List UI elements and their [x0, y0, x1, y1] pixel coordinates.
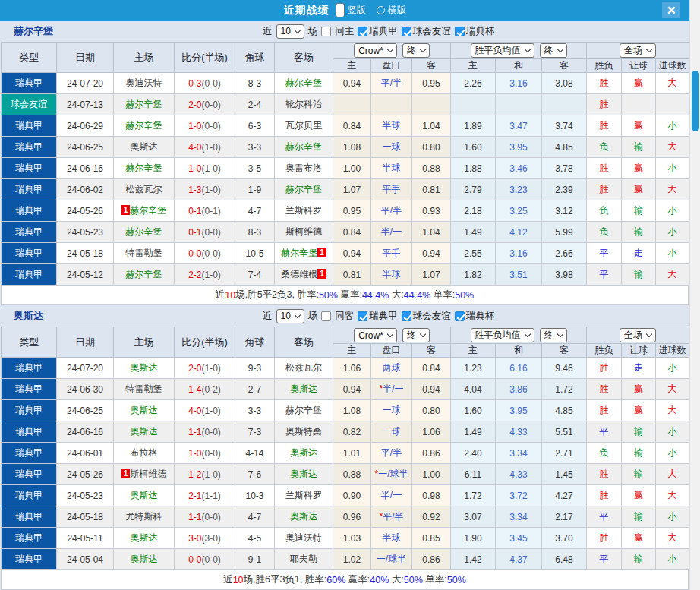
avg-odds-group-header: 胜平负均值终 — [451, 327, 587, 344]
odds-final-select[interactable]: 终 — [402, 43, 430, 58]
select-value: 终 — [407, 44, 416, 57]
odds-source-select[interactable]: Crow* — [354, 43, 397, 58]
avg-draw-odds-cell: 4.33 — [496, 464, 542, 485]
home-team-name: 奥斯达 — [131, 362, 158, 373]
result-goals-cell: 大 — [656, 464, 689, 485]
handicap-line-cell: 一球 — [371, 137, 412, 158]
red-card-badge: 1 — [317, 269, 326, 279]
league-checkbox[interactable] — [402, 311, 411, 321]
sub-column-header: 进球数 — [656, 344, 689, 358]
away-team-name: 兰斯科罗 — [285, 490, 322, 500]
corners-cell: 4-5 — [235, 528, 275, 549]
result-scope-select[interactable]: 全场 — [620, 328, 656, 342]
odds-final-select[interactable]: 终 — [402, 328, 430, 342]
same-venue-checkbox[interactable] — [321, 27, 331, 36]
chevron-down-icon — [524, 331, 530, 337]
fulltime-score: 1-2 — [188, 469, 201, 480]
chevron-down-icon — [557, 331, 563, 337]
avg-source-select[interactable]: 胜平负均值 — [471, 328, 534, 342]
avg-away-odds-cell: 5.51 — [542, 421, 587, 443]
fulltime-score: 0-1 — [188, 227, 201, 238]
recent-count-select[interactable]: 10 — [276, 309, 304, 323]
select-value: 终 — [407, 329, 416, 342]
league-type-cell: 瑞典甲 — [2, 222, 57, 243]
radio-unselected-icon — [377, 6, 385, 14]
radio-vertical-label: 竖版 — [348, 4, 366, 17]
layout-options: 竖版 横版 — [336, 3, 406, 17]
league-checkbox[interactable] — [358, 311, 367, 321]
avg-away-odds-cell: 9.46 — [542, 358, 587, 379]
chevron-down-icon — [295, 27, 301, 33]
sub-column-header: 客 — [412, 344, 451, 358]
sub-column-header: 客 — [412, 59, 451, 73]
avg-home-odds-cell: 3.07 — [451, 506, 496, 528]
score-cell: 1-0(0-0) — [175, 115, 235, 137]
match-date-cell: 24-06-25 — [57, 137, 114, 158]
halftime-score: (0-1) — [202, 206, 221, 216]
league-checkbox[interactable] — [402, 27, 411, 36]
home-team-cell: 特雷勒堡 — [114, 243, 175, 264]
handicap-line-cell: *一/球半 — [371, 464, 412, 485]
league-type-cell: 瑞典甲 — [2, 506, 57, 528]
fulltime-score: 1-0 — [188, 163, 201, 174]
avg-home-odds-cell: 1.82 — [451, 264, 496, 286]
result-outcome-cell: 平 — [587, 506, 622, 528]
match-date-cell: 24-06-01 — [57, 443, 114, 464]
league-type-cell: 瑞典甲 — [2, 73, 57, 94]
league-filter: 球会友谊 — [402, 25, 451, 38]
league-checkbox[interactable] — [358, 27, 367, 36]
avg-source-select[interactable]: 胜平负均值 — [471, 43, 534, 58]
avg-final-select[interactable]: 终 — [540, 328, 567, 342]
result-outcome-cell: 胜 — [587, 94, 622, 115]
sub-column-header: 胜负 — [587, 59, 622, 73]
away-team-cell: 奥斯达 — [275, 506, 333, 528]
avg-away-odds-cell: 1.45 — [542, 464, 587, 485]
same-venue-checkbox[interactable] — [321, 311, 331, 321]
match-row: 瑞典甲24-05-11奥斯达3-0(3-0)4-5奥迪沃特1.03半球0.851… — [2, 528, 689, 549]
recent-count-select[interactable]: 10 — [276, 24, 304, 39]
avg-away-odds-cell — [542, 94, 587, 115]
league-checkbox[interactable] — [455, 27, 465, 36]
corners-cell: 2-7 — [235, 379, 275, 400]
avg-draw-odds: 3.25 — [509, 206, 527, 216]
scrollbar-thumb[interactable] — [692, 71, 699, 131]
result-scope-select[interactable]: 全场 — [620, 43, 656, 58]
result-outcome-cell: 胜 — [587, 358, 622, 379]
summary-segment: 50% — [447, 575, 466, 585]
column-header: 角球 — [235, 43, 275, 73]
result-outcome-cell: 胜 — [587, 400, 622, 421]
league-type-cell: 瑞典甲 — [2, 400, 57, 421]
match-date-cell: 24-05-26 — [57, 200, 114, 222]
away-team-cell: 赫尔辛堡 — [275, 179, 333, 200]
league-checkbox[interactable] — [455, 311, 465, 321]
odds-source-select[interactable]: Crow* — [354, 328, 397, 342]
score-cell: 2-1(1-1) — [175, 485, 235, 506]
result-outcome-cell: 平 — [587, 243, 622, 264]
away-team-cell: 松兹瓦尔 — [275, 358, 333, 379]
score-cell: 1-0(1-0) — [175, 158, 235, 179]
close-button[interactable] — [662, 2, 680, 18]
away-team-cell: 瓦尔贝里 — [275, 115, 333, 137]
select-value: Crow* — [358, 46, 383, 56]
result-goals-cell: 小 — [656, 358, 689, 379]
result-goals-cell: 大 — [656, 400, 689, 421]
match-row: 瑞典甲24-05-261赫尔辛堡0-1(0-1)4-7兰斯科罗0.95平/半0.… — [2, 200, 689, 222]
handicap-home-odds-cell: 0.94 — [333, 379, 371, 400]
handicap-line-cell: *半/一 — [371, 379, 412, 400]
vertical-scrollbar[interactable] — [689, 0, 700, 590]
corners-cell: 9-1 — [235, 549, 275, 570]
handicap-line-cell: 半球 — [371, 264, 412, 286]
radio-horizontal-layout[interactable]: 横版 — [377, 4, 406, 17]
result-outcome-cell: 负 — [587, 200, 622, 222]
match-date-cell: 24-06-02 — [57, 179, 114, 200]
league-type-cell: 瑞典甲 — [2, 379, 57, 400]
summary-segment: 赢率: — [338, 289, 362, 301]
away-team-cell: 奥斯达 — [275, 464, 333, 485]
handicap-away-odds-cell: 0.95 — [412, 73, 451, 94]
radio-vertical-layout[interactable]: 竖版 — [336, 3, 366, 17]
team-name: 赫尔辛堡 — [14, 24, 53, 38]
avg-draw-odds: 3.45 — [509, 533, 527, 544]
home-team-cell: 赫尔辛堡 — [114, 115, 175, 137]
home-team-name: 奥斯达 — [131, 532, 158, 543]
avg-final-select[interactable]: 终 — [540, 43, 567, 58]
